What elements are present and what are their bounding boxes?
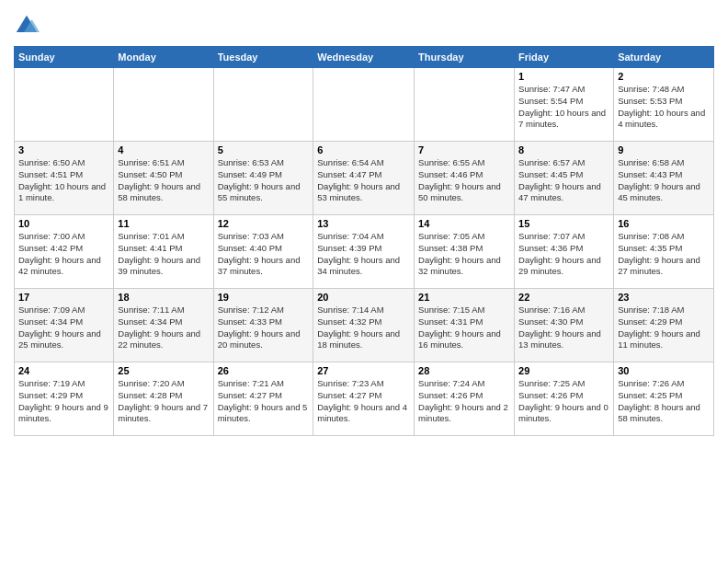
calendar-cell: 20Sunrise: 7:14 AM Sunset: 4:32 PM Dayli… bbox=[313, 289, 415, 362]
day-info: Sunrise: 6:53 AM Sunset: 4:49 PM Dayligh… bbox=[218, 157, 310, 204]
day-info: Sunrise: 7:11 AM Sunset: 4:34 PM Dayligh… bbox=[118, 304, 209, 351]
calendar-cell: 3Sunrise: 6:50 AM Sunset: 4:51 PM Daylig… bbox=[15, 142, 114, 215]
calendar-cell: 10Sunrise: 7:00 AM Sunset: 4:42 PM Dayli… bbox=[15, 215, 114, 289]
day-info: Sunrise: 7:16 AM Sunset: 4:30 PM Dayligh… bbox=[518, 304, 609, 351]
day-number: 7 bbox=[418, 144, 510, 155]
day-info: Sunrise: 7:01 AM Sunset: 4:41 PM Dayligh… bbox=[118, 231, 209, 278]
calendar-cell bbox=[114, 68, 213, 142]
day-number: 1 bbox=[518, 71, 609, 82]
day-number: 16 bbox=[618, 218, 710, 229]
calendar-cell: 8Sunrise: 6:57 AM Sunset: 4:45 PM Daylig… bbox=[515, 142, 614, 215]
calendar-cell: 21Sunrise: 7:15 AM Sunset: 4:31 PM Dayli… bbox=[415, 289, 515, 362]
calendar-cell: 1Sunrise: 7:47 AM Sunset: 5:54 PM Daylig… bbox=[515, 68, 614, 142]
day-number: 15 bbox=[518, 218, 609, 229]
day-number: 19 bbox=[218, 292, 310, 303]
calendar-cell: 19Sunrise: 7:12 AM Sunset: 4:33 PM Dayli… bbox=[213, 289, 313, 362]
calendar-week-4: 17Sunrise: 7:09 AM Sunset: 4:34 PM Dayli… bbox=[15, 289, 714, 362]
calendar-cell: 9Sunrise: 6:58 AM Sunset: 4:43 PM Daylig… bbox=[614, 142, 714, 215]
header bbox=[14, 9, 714, 39]
day-info: Sunrise: 7:03 AM Sunset: 4:40 PM Dayligh… bbox=[218, 231, 310, 278]
day-number: 13 bbox=[317, 218, 410, 229]
calendar-header-row: SundayMondayTuesdayWednesdayThursdayFrid… bbox=[15, 47, 714, 68]
day-info: Sunrise: 7:09 AM Sunset: 4:34 PM Dayligh… bbox=[18, 304, 109, 351]
day-number: 18 bbox=[118, 292, 209, 303]
day-info: Sunrise: 7:18 AM Sunset: 4:29 PM Dayligh… bbox=[618, 304, 710, 351]
calendar-cell bbox=[213, 68, 313, 142]
day-number: 9 bbox=[618, 144, 710, 155]
calendar-week-3: 10Sunrise: 7:00 AM Sunset: 4:42 PM Dayli… bbox=[15, 215, 714, 289]
day-number: 30 bbox=[618, 365, 710, 376]
day-number: 6 bbox=[317, 144, 410, 155]
day-info: Sunrise: 6:58 AM Sunset: 4:43 PM Dayligh… bbox=[618, 157, 710, 204]
calendar-cell bbox=[415, 68, 515, 142]
day-info: Sunrise: 7:23 AM Sunset: 4:27 PM Dayligh… bbox=[317, 378, 410, 425]
calendar-cell: 11Sunrise: 7:01 AM Sunset: 4:41 PM Dayli… bbox=[114, 215, 213, 289]
calendar-cell: 7Sunrise: 6:55 AM Sunset: 4:46 PM Daylig… bbox=[415, 142, 515, 215]
day-info: Sunrise: 7:21 AM Sunset: 4:27 PM Dayligh… bbox=[218, 378, 310, 425]
calendar-cell: 14Sunrise: 7:05 AM Sunset: 4:38 PM Dayli… bbox=[415, 215, 515, 289]
day-info: Sunrise: 7:14 AM Sunset: 4:32 PM Dayligh… bbox=[317, 304, 410, 351]
day-number: 20 bbox=[317, 292, 410, 303]
day-number: 14 bbox=[418, 218, 510, 229]
calendar-header-wednesday: Wednesday bbox=[313, 47, 415, 68]
day-info: Sunrise: 7:12 AM Sunset: 4:33 PM Dayligh… bbox=[218, 304, 310, 351]
day-info: Sunrise: 7:48 AM Sunset: 5:53 PM Dayligh… bbox=[618, 84, 710, 131]
day-number: 23 bbox=[618, 292, 710, 303]
day-info: Sunrise: 7:20 AM Sunset: 4:28 PM Dayligh… bbox=[118, 378, 209, 425]
calendar-cell: 27Sunrise: 7:23 AM Sunset: 4:27 PM Dayli… bbox=[313, 362, 415, 436]
day-info: Sunrise: 7:25 AM Sunset: 4:26 PM Dayligh… bbox=[518, 378, 609, 425]
day-number: 25 bbox=[118, 365, 209, 376]
day-number: 28 bbox=[418, 365, 510, 376]
day-number: 10 bbox=[18, 218, 109, 229]
calendar-cell: 13Sunrise: 7:04 AM Sunset: 4:39 PM Dayli… bbox=[313, 215, 415, 289]
calendar-header-saturday: Saturday bbox=[614, 47, 714, 68]
calendar-week-5: 24Sunrise: 7:19 AM Sunset: 4:29 PM Dayli… bbox=[15, 362, 714, 436]
calendar-week-2: 3Sunrise: 6:50 AM Sunset: 4:51 PM Daylig… bbox=[15, 142, 714, 215]
logo-icon bbox=[14, 13, 40, 39]
day-number: 27 bbox=[317, 365, 410, 376]
calendar: SundayMondayTuesdayWednesdayThursdayFrid… bbox=[14, 46, 714, 436]
calendar-cell: 2Sunrise: 7:48 AM Sunset: 5:53 PM Daylig… bbox=[614, 68, 714, 142]
day-number: 3 bbox=[18, 144, 109, 155]
day-info: Sunrise: 7:05 AM Sunset: 4:38 PM Dayligh… bbox=[418, 231, 510, 278]
calendar-header-monday: Monday bbox=[114, 47, 213, 68]
calendar-header-thursday: Thursday bbox=[415, 47, 515, 68]
calendar-header-sunday: Sunday bbox=[15, 47, 114, 68]
calendar-cell: 6Sunrise: 6:54 AM Sunset: 4:47 PM Daylig… bbox=[313, 142, 415, 215]
day-info: Sunrise: 6:57 AM Sunset: 4:45 PM Dayligh… bbox=[518, 157, 609, 204]
calendar-cell bbox=[15, 68, 114, 142]
calendar-cell: 18Sunrise: 7:11 AM Sunset: 4:34 PM Dayli… bbox=[114, 289, 213, 362]
day-number: 2 bbox=[618, 71, 710, 82]
day-info: Sunrise: 7:08 AM Sunset: 4:35 PM Dayligh… bbox=[618, 231, 710, 278]
day-info: Sunrise: 6:51 AM Sunset: 4:50 PM Dayligh… bbox=[118, 157, 209, 204]
day-info: Sunrise: 7:47 AM Sunset: 5:54 PM Dayligh… bbox=[518, 84, 609, 131]
calendar-header-friday: Friday bbox=[515, 47, 614, 68]
calendar-cell: 4Sunrise: 6:51 AM Sunset: 4:50 PM Daylig… bbox=[114, 142, 213, 215]
calendar-week-1: 1Sunrise: 7:47 AM Sunset: 5:54 PM Daylig… bbox=[15, 68, 714, 142]
day-number: 4 bbox=[118, 144, 209, 155]
calendar-cell: 24Sunrise: 7:19 AM Sunset: 4:29 PM Dayli… bbox=[15, 362, 114, 436]
day-number: 22 bbox=[518, 292, 609, 303]
calendar-cell: 26Sunrise: 7:21 AM Sunset: 4:27 PM Dayli… bbox=[213, 362, 313, 436]
day-number: 26 bbox=[218, 365, 310, 376]
calendar-cell: 12Sunrise: 7:03 AM Sunset: 4:40 PM Dayli… bbox=[213, 215, 313, 289]
day-number: 17 bbox=[18, 292, 109, 303]
day-info: Sunrise: 6:55 AM Sunset: 4:46 PM Dayligh… bbox=[418, 157, 510, 204]
calendar-cell: 22Sunrise: 7:16 AM Sunset: 4:30 PM Dayli… bbox=[515, 289, 614, 362]
logo bbox=[14, 13, 43, 39]
day-info: Sunrise: 7:15 AM Sunset: 4:31 PM Dayligh… bbox=[418, 304, 510, 351]
day-number: 24 bbox=[18, 365, 109, 376]
calendar-header-tuesday: Tuesday bbox=[213, 47, 313, 68]
day-info: Sunrise: 6:54 AM Sunset: 4:47 PM Dayligh… bbox=[317, 157, 410, 204]
calendar-cell: 5Sunrise: 6:53 AM Sunset: 4:49 PM Daylig… bbox=[213, 142, 313, 215]
calendar-cell: 17Sunrise: 7:09 AM Sunset: 4:34 PM Dayli… bbox=[15, 289, 114, 362]
day-number: 12 bbox=[218, 218, 310, 229]
day-info: Sunrise: 7:19 AM Sunset: 4:29 PM Dayligh… bbox=[18, 378, 109, 425]
day-info: Sunrise: 7:24 AM Sunset: 4:26 PM Dayligh… bbox=[418, 378, 510, 425]
calendar-cell: 23Sunrise: 7:18 AM Sunset: 4:29 PM Dayli… bbox=[614, 289, 714, 362]
day-info: Sunrise: 6:50 AM Sunset: 4:51 PM Dayligh… bbox=[18, 157, 109, 204]
calendar-cell: 15Sunrise: 7:07 AM Sunset: 4:36 PM Dayli… bbox=[515, 215, 614, 289]
day-info: Sunrise: 7:26 AM Sunset: 4:25 PM Dayligh… bbox=[618, 378, 710, 425]
day-number: 8 bbox=[518, 144, 609, 155]
day-info: Sunrise: 7:00 AM Sunset: 4:42 PM Dayligh… bbox=[18, 231, 109, 278]
